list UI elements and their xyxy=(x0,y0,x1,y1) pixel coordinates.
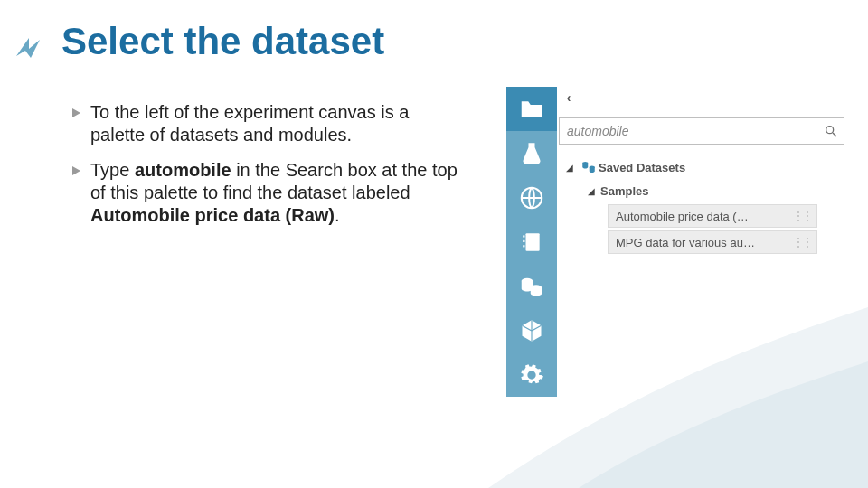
svg-rect-2 xyxy=(523,235,524,237)
tree-node-label: Samples xyxy=(600,184,648,198)
bullet-text: To the left of the experiment canvas is … xyxy=(90,101,459,146)
dataset-item[interactable]: Automobile price data (… ⋮⋮ xyxy=(608,204,817,228)
dataset-item-label: Automobile price data (… xyxy=(616,210,749,223)
datasets-icon xyxy=(579,159,599,175)
bullet-text: Type automobile in the Search box at the… xyxy=(90,159,459,227)
tree-node-saved-datasets[interactable]: ◢ Saved Datasets xyxy=(566,155,848,179)
caret-down-icon: ◢ xyxy=(566,163,579,173)
dataset-item[interactable]: MPG data for various au… ⋮⋮ xyxy=(608,230,817,254)
collapse-toggle[interactable]: ‹ xyxy=(557,87,580,108)
nav-database-icon[interactable] xyxy=(506,264,557,308)
svg-rect-4 xyxy=(523,245,524,247)
bullet-icon xyxy=(71,107,83,119)
svg-rect-1 xyxy=(526,233,540,251)
palette-screenshot: ‹ ◢ Saved Datasets ◢ Samples Automobile … xyxy=(506,87,866,403)
bullet-item: Type automobile in the Search box at the… xyxy=(71,159,459,227)
svg-line-8 xyxy=(833,133,836,136)
tree-node-label: Saved Datasets xyxy=(599,161,685,174)
tree-node-samples[interactable]: ◢ Samples xyxy=(566,179,848,202)
caret-down-icon: ◢ xyxy=(588,186,600,196)
nav-folder-icon[interactable] xyxy=(506,87,557,131)
page-title: Select the dataset xyxy=(61,20,384,63)
bullet-list: To the left of the experiment canvas is … xyxy=(71,101,459,239)
search-input[interactable] xyxy=(560,124,818,138)
vertical-nav xyxy=(506,87,557,401)
bullet-icon xyxy=(71,164,83,177)
svg-rect-3 xyxy=(523,239,524,241)
nav-gear-icon[interactable] xyxy=(506,352,557,397)
nav-globe-icon[interactable] xyxy=(506,175,557,220)
drag-grip-icon: ⋮⋮ xyxy=(793,210,811,222)
search-icon[interactable] xyxy=(818,124,844,138)
search-box xyxy=(559,117,844,145)
dataset-item-label: MPG data for various au… xyxy=(616,236,755,249)
bullet-item: To the left of the experiment canvas is … xyxy=(71,101,459,146)
nav-flask-icon[interactable] xyxy=(506,131,557,175)
nav-notepad-icon[interactable] xyxy=(506,220,557,264)
dataset-tree: ◢ Saved Datasets ◢ Samples Automobile pr… xyxy=(566,155,848,257)
drag-grip-icon: ⋮⋮ xyxy=(793,236,811,249)
nav-cube-icon[interactable] xyxy=(506,308,557,352)
svg-point-7 xyxy=(826,127,834,134)
slide-logo-icon xyxy=(13,31,49,67)
